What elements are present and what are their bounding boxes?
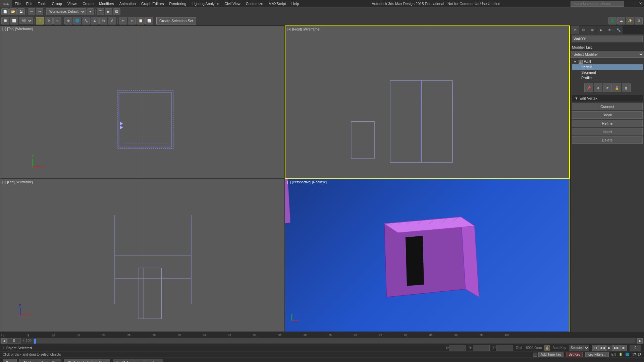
- menu-tools[interactable]: Tools: [35, 1, 49, 6]
- undo-button[interactable]: ↩: [28, 8, 35, 15]
- time-tag-checkbox[interactable]: [533, 353, 537, 357]
- pivot-btn[interactable]: ⊕: [64, 17, 72, 24]
- open-button[interactable]: 📂: [9, 8, 17, 15]
- go-start-btn[interactable]: ⏮: [592, 345, 599, 351]
- curve-editor-btn[interactable]: 📈: [145, 17, 153, 24]
- selection-mode-dropdown[interactable]: All: [19, 17, 33, 24]
- redo-button[interactable]: ↪: [36, 8, 43, 15]
- viewport-front[interactable]: [+] [Front] [Wireframe]: [285, 25, 570, 179]
- panel-tab-utilities[interactable]: 🔧: [614, 25, 623, 34]
- set-key-button[interactable]: Set Key: [566, 352, 583, 357]
- panel-tab-modify[interactable]: ⚙: [579, 25, 588, 34]
- menu-graph-editors[interactable]: Graph Editors: [139, 1, 167, 6]
- viewport-perspective[interactable]: [+] [Perspective] [Realistic]: [285, 179, 570, 332]
- modifier-profile[interactable]: Profile: [572, 75, 643, 80]
- layer-manager-btn[interactable]: 📋: [137, 17, 145, 24]
- reference-coord-btn[interactable]: 🌐: [73, 17, 81, 24]
- maximize-icon[interactable]: □: [631, 1, 637, 6]
- menu-create[interactable]: Create: [80, 1, 96, 6]
- taskbar-item-arch[interactable]: 📐 01-Архитектурные объ...: [113, 359, 163, 362]
- modifier-list-dropdown[interactable]: Select Modifier: [571, 51, 644, 58]
- align-btn[interactable]: ≡: [128, 17, 136, 24]
- modifier-wall-checkbox[interactable]: ✓: [579, 60, 583, 64]
- start-button[interactable]: Пуск: [3, 359, 17, 362]
- render-effects-btn[interactable]: ✨: [626, 17, 634, 24]
- select-rotate-btn[interactable]: ↻: [45, 17, 53, 24]
- mirror-btn[interactable]: ⇔: [119, 17, 127, 24]
- rendered-frame-icon[interactable]: 🖼: [113, 8, 120, 15]
- object-name-input[interactable]: [572, 36, 643, 42]
- select-move-btn[interactable]: ↔: [36, 17, 44, 24]
- save-button[interactable]: 💾: [17, 8, 25, 15]
- snap-btn[interactable]: 🔧: [82, 17, 90, 24]
- timeline-prev-btn[interactable]: ◀: [1, 338, 7, 344]
- spinner-snap-btn[interactable]: #: [108, 17, 116, 24]
- collapse-icon[interactable]: ▼: [575, 96, 578, 100]
- insert-button[interactable]: Insert: [572, 128, 643, 135]
- show-end-result-btn[interactable]: 👁: [603, 83, 612, 92]
- viewport-left[interactable]: [+] [Left] [Wireframe] X Z: [0, 179, 285, 332]
- select-scale-btn[interactable]: ⤡: [53, 17, 61, 24]
- menu-animation[interactable]: Animation: [117, 1, 139, 6]
- coord-z-input[interactable]: [496, 345, 513, 351]
- panel-tab-motion[interactable]: ▶: [597, 25, 605, 34]
- taskbar-item-disk[interactable]: 💾 Съёмный диск (G:): [19, 359, 62, 362]
- next-frame-btn[interactable]: ▶▶: [613, 345, 620, 351]
- add-time-tag-button[interactable]: Add Time Tag: [538, 352, 564, 357]
- panel-tab-hierarchy[interactable]: ⊕: [588, 25, 597, 34]
- viewport-top[interactable]: [+] [Top] [Wireframe] X Y: [0, 25, 285, 179]
- modifier-vertex[interactable]: Vertex: [572, 64, 643, 70]
- taskbar-item-3dsmax[interactable]: 🖥 Untitled - Autodesk 3...: [64, 359, 110, 362]
- selected-mode-dropdown[interactable]: Selected: [569, 345, 589, 351]
- frame-current-input[interactable]: [7, 338, 21, 344]
- menu-help[interactable]: Help: [289, 1, 302, 6]
- menu-file[interactable]: File: [12, 1, 23, 6]
- menu-lighting[interactable]: Lighting Analysis: [189, 1, 222, 6]
- select-object-btn[interactable]: 🔲: [1, 17, 9, 24]
- go-end-btn[interactable]: ⏭: [620, 345, 627, 351]
- close-icon[interactable]: ✕: [637, 1, 644, 6]
- render-icon[interactable]: ▶: [105, 8, 112, 15]
- refine-button[interactable]: Refine: [572, 120, 643, 127]
- render-setup-icon[interactable]: 🎬: [97, 8, 104, 15]
- menu-views[interactable]: Views: [65, 1, 80, 6]
- frame-number-input[interactable]: [630, 345, 641, 351]
- delete-button[interactable]: Delete: [572, 136, 643, 144]
- connect-button[interactable]: Connect: [572, 103, 643, 110]
- coord-x-input[interactable]: [449, 345, 466, 351]
- timeline-position-marker[interactable]: [34, 339, 36, 344]
- break-button[interactable]: Break: [572, 111, 643, 119]
- minimize-icon[interactable]: ─: [624, 1, 631, 6]
- menu-edit[interactable]: Edit: [23, 1, 35, 6]
- menu-group[interactable]: Group: [49, 1, 65, 6]
- menu-customize[interactable]: Customize: [243, 1, 266, 6]
- select-region-btn[interactable]: ⬜: [10, 17, 18, 24]
- prev-frame-btn[interactable]: ◀◀: [599, 345, 606, 351]
- menu-civil[interactable]: Civil View: [222, 1, 243, 6]
- angle-snap-btn[interactable]: ∠: [91, 17, 99, 24]
- search-input[interactable]: [571, 1, 624, 7]
- modifier-wall[interactable]: ▼ ✓ Wall: [572, 59, 643, 64]
- play-btn[interactable]: ▶: [606, 345, 613, 351]
- create-selection-set-button[interactable]: Create Selection Set: [156, 17, 196, 24]
- key-filters-button[interactable]: Key Filters...: [585, 352, 609, 357]
- viewport-config-btn[interactable]: ⚙: [635, 17, 643, 24]
- panel-tab-display[interactable]: 👁: [605, 25, 614, 34]
- workspace-dropdown[interactable]: Workspace: Default: [46, 8, 86, 15]
- menu-maxscript[interactable]: MAXScript: [266, 1, 289, 6]
- timeline-next-btn[interactable]: ▶: [637, 338, 643, 344]
- scene-explorer-btn[interactable]: 🌲: [608, 17, 616, 24]
- remove-modifier-btn[interactable]: 🗑: [622, 83, 631, 92]
- configure-modifier-btn[interactable]: ⚙: [594, 83, 602, 92]
- new-button[interactable]: 📄: [1, 8, 9, 15]
- panel-tab-create[interactable]: ✦: [571, 25, 579, 34]
- coord-y-input[interactable]: [473, 345, 490, 351]
- workspace-settings-icon[interactable]: ▼: [87, 8, 94, 15]
- make-unique-btn[interactable]: 🔓: [612, 83, 621, 92]
- menu-rendering[interactable]: Rendering: [167, 1, 189, 6]
- percent-snap-btn[interactable]: %: [99, 17, 107, 24]
- timeline-track[interactable]: [34, 339, 635, 343]
- lock-icon[interactable]: 🔒: [544, 345, 550, 351]
- environment-btn[interactable]: ☁: [617, 17, 625, 24]
- menu-modifiers[interactable]: Modifiers: [96, 1, 117, 6]
